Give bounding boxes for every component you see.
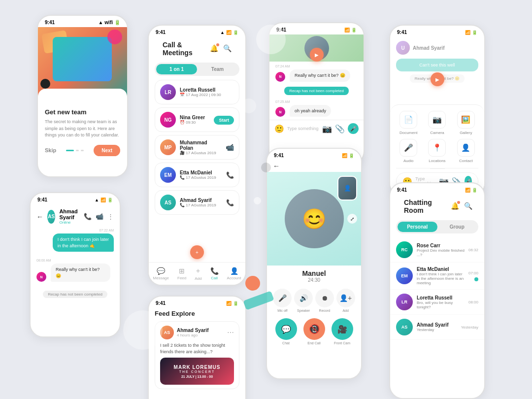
search-icon[interactable]: 🔍 bbox=[223, 44, 232, 52]
speaker-circle: 🔊 bbox=[294, 289, 313, 307]
notification-icon[interactable]: 🔔 bbox=[210, 44, 218, 52]
dot-1 bbox=[66, 150, 74, 151]
contact-icon: 👤 bbox=[457, 139, 475, 157]
camera-icon: 📷 bbox=[428, 111, 446, 129]
nav-feed[interactable]: ⊞ Feed bbox=[177, 267, 186, 280]
status-bar-7: 9:41 📶 🔋 bbox=[390, 26, 484, 37]
back-icon-6[interactable]: ← bbox=[273, 162, 280, 170]
float-action-button[interactable]: ▶ bbox=[431, 72, 444, 86]
phone-icon[interactable]: 📞 bbox=[84, 213, 92, 220]
chat-item-2[interactable]: EM Etta McDaniel I don't think I can joi… bbox=[390, 263, 484, 290]
bubble-5-2: oh yeah already bbox=[290, 105, 331, 117]
nav-message-label: Message bbox=[153, 276, 169, 280]
chat-messages: 07:22 AM I don't think I can join lateri… bbox=[31, 227, 120, 300]
share-location[interactable]: 📍 Locations bbox=[425, 139, 449, 163]
unread-badge-2 bbox=[474, 277, 478, 281]
camera-icon-5[interactable]: 📷 bbox=[322, 124, 332, 133]
mc-info-5: Ahmad Syarif 📞 17 AGustus 2019 bbox=[180, 198, 216, 207]
tab-team[interactable]: Team bbox=[197, 64, 238, 74]
chat-item-3[interactable]: LR Loretta Russell Bro, will you be busy… bbox=[390, 290, 484, 315]
attach-icon-5[interactable]: 📎 bbox=[335, 124, 345, 133]
bg-dot-dark-1 bbox=[261, 163, 271, 172]
mc-action-2: Start bbox=[214, 115, 234, 125]
search-icon-8[interactable]: 🔍 bbox=[464, 202, 472, 210]
add-call-button[interactable]: + bbox=[190, 245, 204, 259]
chat-time-1: 06:32 bbox=[468, 248, 478, 252]
feed-user-info: Ahmad Syarif 4 hours ago bbox=[177, 328, 208, 337]
status-icons-1: ▲ wifi 🔋 bbox=[98, 20, 120, 25]
skip-button[interactable]: Skip bbox=[45, 147, 56, 153]
share-contact[interactable]: 👤 Contact bbox=[454, 139, 478, 163]
status-5-1: Recap has not been completed bbox=[284, 87, 349, 95]
next-button[interactable]: Next bbox=[94, 145, 120, 156]
meeting-card-4[interactable]: EM Etta McDaniel 📞 17 AGustus 2019 📞 bbox=[155, 163, 239, 187]
ctrl-speaker[interactable]: 🔊 Speaker bbox=[294, 289, 313, 312]
share-gallery[interactable]: 🖼️ Gallery bbox=[454, 111, 478, 135]
ctrl-chat[interactable]: 💬 Chat bbox=[275, 318, 297, 345]
chat-item-1[interactable]: RC Rose Carr Project Dev mobile finished… bbox=[390, 237, 484, 263]
nav-feed-label: Feed bbox=[177, 276, 186, 280]
mic-button-5[interactable]: 🎤 bbox=[348, 123, 359, 134]
share-document[interactable]: 📄 Document bbox=[396, 111, 421, 135]
status-icons-5: 📶 🔋 bbox=[344, 28, 357, 33]
audio-icon: 🎤 bbox=[399, 139, 417, 157]
nav-call-label: Call bbox=[211, 276, 218, 280]
status-icons-4: 📶 🔋 bbox=[226, 301, 238, 306]
back-icon[interactable]: ← bbox=[36, 213, 43, 221]
tab-group[interactable]: Group bbox=[437, 222, 477, 232]
chat-info-1: Rose Carr Project Dev mobile finished ..… bbox=[417, 243, 465, 257]
nav-account[interactable]: 👤 Account bbox=[227, 267, 241, 280]
chat-call-label: Chat bbox=[282, 341, 290, 345]
time-1: 9:41 bbox=[45, 20, 55, 25]
tab-personal[interactable]: Personal bbox=[398, 222, 437, 232]
emoji-icon[interactable]: 🙂 bbox=[274, 124, 284, 133]
share-audio[interactable]: 🎤 Audio bbox=[396, 139, 421, 163]
onboarding-content: Get new team The secret to making new te… bbox=[38, 103, 127, 161]
chat-avatar-3: LR bbox=[396, 294, 413, 310]
dot-3 bbox=[81, 150, 84, 151]
nav-message[interactable]: 💬 Message bbox=[153, 267, 169, 280]
event-date: 21 JULY | 13.00 - 00 bbox=[174, 375, 221, 378]
hero-image bbox=[38, 27, 127, 103]
phone-meetings: 9:41 ▲ 📶 🔋 Call & Meetings 🔔 🔍 1 on 1 Te… bbox=[148, 25, 246, 286]
more-icon[interactable]: ⋮ bbox=[107, 213, 114, 220]
video-icon[interactable]: 📹 bbox=[96, 213, 103, 220]
meeting-card-2[interactable]: NG Nina Greer ⏰ 09:30 Start bbox=[155, 107, 239, 132]
ctrl-end[interactable]: 📵 End Call bbox=[303, 318, 325, 345]
expand-icon[interactable]: ⤢ bbox=[347, 214, 357, 224]
blurred-avatar: U bbox=[396, 41, 410, 55]
start-meeting-button[interactable]: Start bbox=[214, 116, 234, 125]
signal-icon: ▲ bbox=[98, 20, 103, 25]
chat-item-4[interactable]: AS Ahmad Syarif Yesterday Yesterday bbox=[390, 315, 484, 340]
chat-msg-area: 07:24 AM N Really why can't it be? 😑 Rec… bbox=[269, 62, 364, 120]
ctrl-cam[interactable]: 🎥 Front Cam bbox=[332, 318, 353, 345]
nav-add[interactable]: ＋ Add bbox=[195, 266, 201, 281]
ctrl-add[interactable]: 👤+ Add bbox=[336, 289, 355, 312]
bubble-sent-1: I don't think I can join laterin the aft… bbox=[53, 233, 114, 252]
bubble-5-1: Really why can't it be? 😑 bbox=[290, 69, 350, 82]
meeting-card-3[interactable]: MP Muhammad Polan 🎥 17 AGustus 2019 📹 bbox=[155, 135, 239, 160]
chat-info-4: Ahmad Syarif Yesterday bbox=[417, 322, 457, 332]
ctrl-record[interactable]: ⏺ Record bbox=[315, 289, 334, 312]
add-circle: 👤+ bbox=[336, 289, 355, 307]
status-bar-4: 9:41 📶 🔋 bbox=[149, 297, 245, 308]
ctrl-mic[interactable]: 🎤 Mic off bbox=[273, 289, 292, 312]
notification-icon-8[interactable]: 🔔 bbox=[451, 202, 459, 210]
mc-avatar-3: MP bbox=[160, 139, 176, 155]
meetings-title: Call & Meetings bbox=[156, 39, 210, 58]
document-label: Document bbox=[399, 131, 417, 135]
chatroom-tabs: Personal Group bbox=[396, 220, 478, 233]
share-camera[interactable]: 📷 Camera bbox=[425, 111, 449, 135]
call-controls-top: 🎤 Mic off 🔊 Speaker ⏺ Record 👤+ Add bbox=[267, 283, 361, 315]
meeting-card-5[interactable]: AS Ahmad Syarif 📞 17 AGustus 2019 📞 bbox=[155, 190, 239, 215]
nav-account-label: Account bbox=[227, 276, 241, 280]
tab-1on1[interactable]: 1 on 1 bbox=[156, 64, 197, 74]
mc-action-3: 📹 bbox=[226, 143, 234, 151]
location-icon: 📍 bbox=[428, 139, 446, 157]
msg-recv-1: N Really why can't it be? 😑 bbox=[36, 264, 114, 282]
gallery-label: Gallery bbox=[460, 131, 472, 135]
nav-call[interactable]: 📞 Call bbox=[210, 267, 219, 280]
feed-more-icon[interactable]: ⋯ bbox=[227, 329, 234, 336]
chat-input-5[interactable]: Type something bbox=[287, 126, 319, 131]
meeting-card-1[interactable]: LR Loretta Russell 📅 17 Aug 2022 | 09:30 bbox=[155, 80, 239, 104]
